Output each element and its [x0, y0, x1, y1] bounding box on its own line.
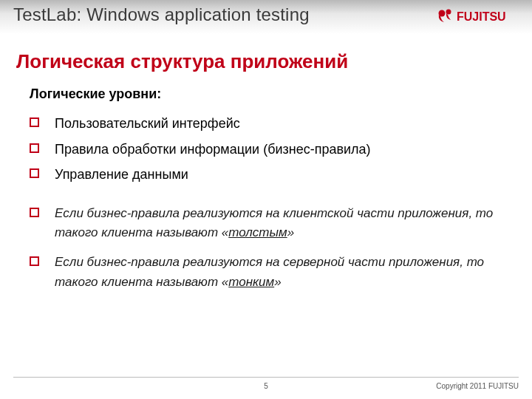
list-item: Если бизнес-правила реализуются на серве…	[30, 253, 510, 292]
intro-label: Логические уровни:	[30, 86, 510, 102]
note-emph: толстым	[228, 225, 287, 239]
svg-point-1	[446, 10, 451, 15]
list-item: Управление данными	[30, 163, 510, 186]
page-number: 5	[264, 382, 268, 390]
header-bar: TestLab: Windows application testing FUJ…	[0, 0, 532, 34]
list-item: Если бизнес-правила реализуются на клиен…	[30, 204, 510, 243]
fujitsu-logo: FUJITSU	[437, 7, 519, 25]
levels-list: Пользовательский интерфейс Правила обраб…	[30, 112, 510, 186]
svg-text:FUJITSU: FUJITSU	[457, 10, 506, 23]
copyright-text: Copyright 2011 FUJITSU	[436, 382, 519, 390]
body-content: Логические уровни: Пользовательский инте…	[30, 86, 510, 292]
footer: 5 Copyright 2011 FUJITSU	[0, 377, 532, 390]
section-title: Логическая структура приложений	[16, 50, 532, 73]
notes-list: Если бизнес-правила реализуются на клиен…	[30, 204, 510, 292]
note-text: »	[287, 225, 294, 239]
list-item: Пользовательский интерфейс	[30, 112, 510, 135]
list-item: Правила обработки информации (бизнес-пра…	[30, 138, 510, 161]
slide: TestLab: Windows application testing FUJ…	[0, 0, 532, 399]
note-emph: тонким	[228, 275, 274, 289]
footer-divider	[13, 377, 519, 378]
note-text: »	[274, 275, 281, 289]
